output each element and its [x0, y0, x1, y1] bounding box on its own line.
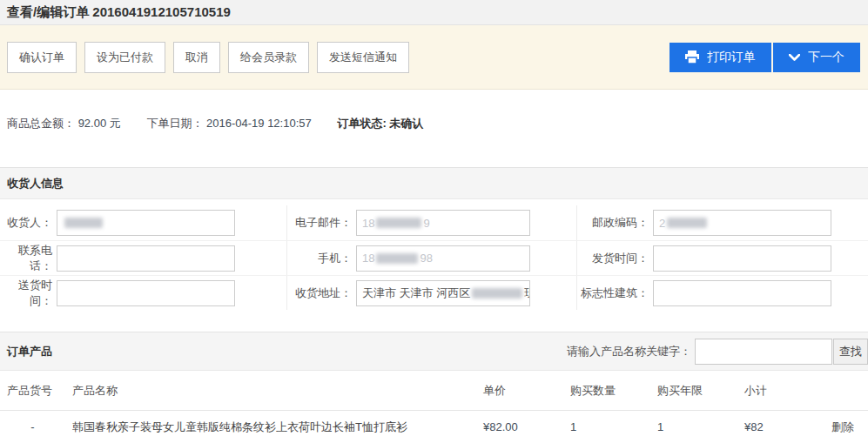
redacted-text	[472, 288, 522, 299]
order-date: 下单日期： 2016-04-19 12:10:57	[146, 117, 311, 130]
column-header-sku: 产品货号	[0, 383, 65, 399]
column-header-price: 单价	[474, 383, 562, 399]
field-label: 收货地址：	[287, 285, 352, 301]
printer-icon	[685, 50, 699, 64]
column-header-qty: 购买数量	[562, 383, 649, 399]
field-label: 标志性建筑：	[577, 285, 649, 301]
product-search-input[interactable]	[695, 339, 832, 365]
page-title: 查看/编辑订单 2016041912105710519	[7, 4, 231, 21]
products-section-title: 订单产品	[7, 344, 52, 359]
form-row: 收货人： 电子邮件： 189 邮政编码： 2	[0, 205, 868, 240]
cancel-button[interactable]: 取消	[173, 42, 220, 73]
field-ship-time: 发货时间：	[577, 241, 868, 275]
column-header-years: 购买年限	[649, 383, 736, 399]
email-input[interactable]: 189	[356, 210, 530, 236]
order-summary: 商品总金额： 92.00 元 下单日期： 2016-04-19 12:10:57…	[0, 90, 868, 167]
next-order-label: 下一个	[808, 50, 844, 65]
field-consignee-name: 收货人：	[0, 205, 287, 240]
chevron-down-icon	[789, 54, 800, 61]
contact-phone-input[interactable]	[57, 245, 235, 272]
product-years: 1	[649, 420, 736, 433]
products-table-header: 产品货号 产品名称 单价 购买数量 购买年限 小计	[0, 371, 868, 411]
field-label: 电子邮件：	[287, 215, 352, 231]
delete-link[interactable]: 删除	[823, 420, 868, 435]
field-address: 收货地址： 天津市 天津市 河西区现7	[287, 276, 577, 310]
table-row: - 韩国春秋亲子装母女儿童韩版纯棉条纹衫上衣荷叶边长袖T恤打底衫 ¥82.00 …	[0, 411, 868, 443]
field-label: 送货时间：	[0, 278, 52, 309]
consignee-name-input[interactable]	[57, 210, 235, 236]
next-order-button[interactable]: 下一个	[773, 43, 860, 72]
field-delivery-time: 送货时间：	[0, 276, 287, 310]
consignee-section-header: 收货人信息	[0, 167, 868, 199]
form-row: 联系电话： 手机： 1898 发货时间：	[0, 240, 868, 275]
field-postcode: 邮政编码： 2	[577, 205, 868, 240]
title-bar: 查看/编辑订单 2016041912105710519	[0, 0, 868, 25]
section-divider	[0, 324, 868, 332]
field-label: 联系电话：	[0, 243, 52, 274]
products-section-header: 订单产品 请输入产品名称关键字： 查找	[0, 332, 868, 371]
delivery-time-input[interactable]	[57, 280, 235, 306]
product-sku: -	[0, 420, 65, 433]
redacted-text	[376, 218, 421, 228]
product-search-label: 请输入产品名称关键字：	[567, 344, 691, 359]
status-badge: 未确认	[389, 117, 423, 130]
search-button[interactable]: 查找	[833, 339, 868, 365]
action-toolbar: 确认订单 设为已付款 取消 给会员录款 发送短信通知 打印订单 下一个	[0, 25, 868, 90]
mobile-input[interactable]: 1898	[356, 245, 530, 272]
field-contact-phone: 联系电话：	[0, 241, 287, 275]
product-qty: 1	[562, 420, 649, 433]
address-input[interactable]: 天津市 天津市 河西区现7	[356, 280, 530, 306]
field-email: 电子邮件： 189	[287, 205, 577, 240]
print-order-button[interactable]: 打印订单	[670, 43, 771, 72]
confirm-order-button[interactable]: 确认订单	[7, 42, 77, 73]
consignee-form: 收货人： 电子邮件： 189 邮政编码： 2 联系电话： 手机：	[0, 199, 868, 324]
column-header-name: 产品名称	[65, 383, 474, 399]
order-status: 订单状态: 未确认	[337, 117, 423, 130]
product-price: ¥82.00	[474, 420, 562, 433]
redacted-text	[64, 218, 103, 228]
ship-time-input[interactable]	[653, 245, 831, 272]
redacted-text	[376, 253, 418, 264]
form-row: 送货时间： 收货地址： 天津市 天津市 河西区现7 标志性建筑：	[0, 275, 868, 310]
field-mobile: 手机： 1898	[287, 241, 577, 275]
product-name: 韩国春秋亲子装母女儿童韩版纯棉条纹衫上衣荷叶边长袖T恤打底衫	[65, 420, 474, 435]
member-credit-button[interactable]: 给会员录款	[228, 42, 309, 73]
set-paid-button[interactable]: 设为已付款	[84, 42, 165, 73]
field-landmark: 标志性建筑：	[577, 276, 868, 310]
product-subtotal: ¥82	[736, 420, 823, 433]
field-label: 收货人：	[0, 215, 52, 231]
field-label: 发货时间：	[577, 251, 649, 266]
redacted-text	[667, 218, 707, 228]
column-header-subtotal: 小计	[736, 383, 823, 399]
consignee-section-title: 收货人信息	[7, 176, 64, 191]
postcode-input[interactable]: 2	[653, 210, 831, 236]
send-sms-button[interactable]: 发送短信通知	[317, 42, 409, 73]
landmark-input[interactable]	[653, 280, 831, 306]
product-search: 请输入产品名称关键字： 查找	[567, 339, 868, 365]
print-order-label: 打印订单	[707, 50, 756, 65]
field-label: 手机：	[287, 251, 352, 266]
field-label: 邮政编码：	[577, 215, 649, 231]
order-total: 商品总金额： 92.00 元	[7, 117, 121, 130]
